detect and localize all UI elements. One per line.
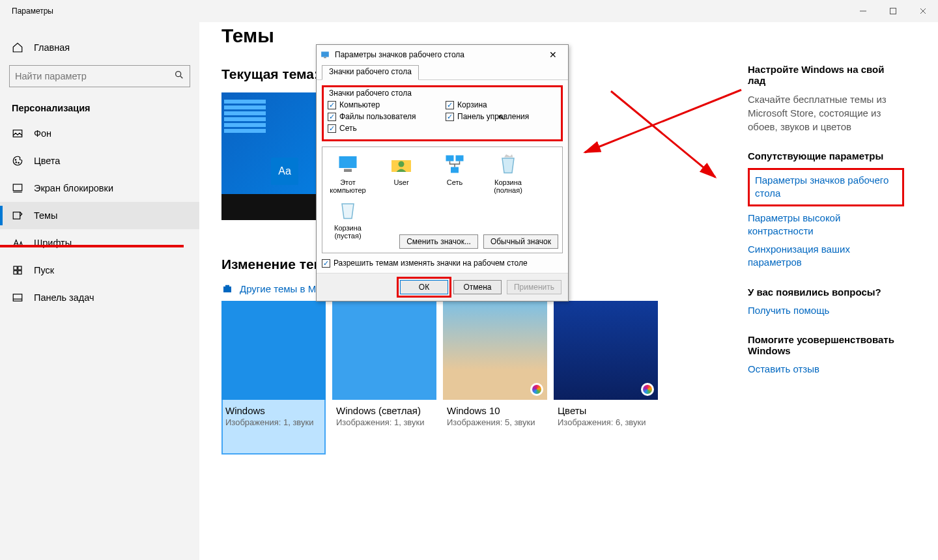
checkbox-label: Разрешить темам изменять значки на рабоч… [334, 259, 528, 268]
theme-card-windows-light[interactable]: Windows (светлая) Изображения: 1, звуки [332, 301, 436, 455]
theme-name: Windows 10 [443, 400, 547, 416]
themes-icon [12, 210, 23, 221]
theme-card-windows[interactable]: Windows Изображения: 1, звуки [221, 301, 326, 455]
svg-rect-26 [451, 167, 459, 173]
theme-thumbnail [443, 301, 547, 400]
network-icon [442, 151, 468, 177]
dialog-icon [320, 49, 331, 60]
theme-name: Windows (светлая) [332, 400, 436, 416]
icon-preview-box: Этот компьютер User Сеть Корзина (полная… [322, 147, 563, 253]
search-input[interactable] [15, 71, 174, 81]
checkbox-computer[interactable]: ✓Компьютер [328, 100, 439, 109]
sidebar-home[interactable]: Главная [0, 36, 199, 60]
right-heading-related: Сопутствующие параметры [748, 150, 904, 161]
right-text-customize: Скачайте бесплатные темы из Microsoft St… [748, 92, 904, 133]
checkbox-label: Сеть [339, 124, 357, 133]
link-sync-settings[interactable]: Синхронизация ваших параметров [748, 243, 904, 270]
maximize-button[interactable] [878, 0, 908, 22]
change-icon-button[interactable]: Сменить значок... [399, 234, 478, 249]
right-heading-customize: Настройте Windows на свой лад [748, 64, 904, 86]
desktop-icons-group: Значки рабочего стола ✓Компьютер ✓Корзин… [322, 85, 563, 141]
svg-rect-16 [18, 271, 21, 274]
checkbox-label: Файлы пользователя [339, 112, 416, 121]
svg-rect-20 [324, 57, 326, 59]
sidebar-item-lockscreen[interactable]: Экран блокировки [0, 175, 199, 202]
checkbox-label: Корзина [457, 100, 487, 109]
picture-icon [12, 128, 23, 139]
dialog-titlebar: Параметры значков рабочего стола ✕ [317, 45, 568, 64]
svg-rect-10 [13, 184, 22, 191]
sidebar: Главная Персонализация Фон Цвета Экран б… [0, 22, 199, 560]
checkbox-allow-themes[interactable]: ✓Разрешить темам изменять значки на рабо… [322, 259, 563, 268]
dialog-button-row: ОК Отмена Применить [317, 273, 568, 301]
annotation-underline [0, 245, 184, 247]
theme-card-flowers[interactable]: Цветы Изображения: 6, звуки [554, 301, 658, 455]
sidebar-item-background[interactable]: Фон [0, 120, 199, 147]
svg-rect-12 [13, 212, 20, 219]
checkbox-network[interactable]: ✓Сеть [328, 124, 439, 133]
default-icon-button[interactable]: Обычный значок [483, 234, 558, 249]
svg-point-7 [15, 160, 16, 161]
ok-button[interactable]: ОК [400, 280, 448, 294]
svg-rect-14 [18, 266, 21, 270]
checkbox-recycle[interactable]: ✓Корзина [446, 100, 557, 109]
svg-rect-25 [456, 156, 464, 161]
window-controls [848, 0, 938, 22]
preview-recycle-empty[interactable]: Корзина (пустая) [326, 197, 369, 240]
lockscreen-icon [12, 182, 23, 194]
preview-this-pc[interactable]: Этот компьютер [326, 151, 369, 194]
svg-line-5 [180, 76, 182, 78]
icon-label: Сеть [433, 178, 476, 186]
window-titlebar: Параметры [0, 0, 938, 22]
sidebar-item-fonts[interactable]: Шрифты [0, 229, 199, 257]
minimize-button[interactable] [848, 0, 878, 22]
recycle-full-icon [495, 151, 521, 177]
sidebar-item-label: Пуск [34, 265, 54, 275]
checkbox-userfiles[interactable]: ✓Файлы пользователя [328, 112, 439, 121]
theme-meta: Изображения: 1, звуки [221, 416, 326, 428]
sidebar-item-label: Панель задач [34, 292, 94, 303]
desktop-icons-dialog: Параметры значков рабочего стола ✕ Значк… [316, 44, 569, 301]
sidebar-item-label: Темы [34, 210, 58, 221]
svg-point-23 [399, 161, 405, 167]
svg-rect-1 [890, 8, 896, 14]
sidebar-item-colors[interactable]: Цвета [0, 147, 199, 175]
link-desktop-icon-settings[interactable]: Параметры значков рабочего стола [748, 168, 904, 206]
dialog-tabstrip: Значки рабочего стола [317, 64, 568, 80]
link-feedback[interactable]: Оставить отзыв [748, 363, 904, 376]
palette-icon [12, 155, 23, 167]
theme-name: Цветы [554, 400, 658, 416]
theme-thumbnail [221, 301, 326, 400]
theme-name: Windows [221, 400, 326, 416]
sidebar-item-start[interactable]: Пуск [0, 257, 199, 284]
sidebar-item-taskbar[interactable]: Панель задач [0, 284, 199, 311]
right-heading-questions: У вас появились вопросы? [748, 287, 904, 298]
group-title: Значки рабочего стола [328, 89, 413, 98]
aa-badge: Aa [271, 158, 298, 185]
dialog-close-button[interactable]: ✕ [543, 49, 563, 60]
apply-button[interactable]: Применить [507, 280, 561, 294]
link-high-contrast[interactable]: Параметры высокой контрастности [748, 212, 904, 238]
preview-user[interactable]: User [380, 151, 423, 194]
start-icon [12, 264, 23, 276]
close-button[interactable] [908, 0, 938, 22]
svg-rect-24 [446, 156, 454, 161]
icon-label: Этот компьютер [326, 178, 369, 194]
tab-desktop-icons[interactable]: Значки рабочего стола [322, 65, 419, 80]
recycle-empty-icon [335, 197, 361, 223]
sidebar-home-label: Главная [34, 42, 70, 53]
window-title: Параметры [12, 7, 53, 16]
cancel-button[interactable]: Отмена [453, 280, 502, 294]
link-get-help[interactable]: Получить помощь [748, 304, 904, 317]
icon-label: User [380, 178, 423, 186]
dialog-title: Параметры значков рабочего стола [335, 50, 464, 59]
preview-network[interactable]: Сеть [433, 151, 476, 194]
right-column: Настройте Windows на свой лад Скачайте б… [748, 64, 904, 381]
sidebar-item-themes[interactable]: Темы [0, 202, 199, 229]
search-icon [174, 70, 184, 83]
svg-rect-6 [13, 130, 22, 137]
search-box[interactable] [9, 65, 190, 87]
more-themes-label: Другие темы в Mi [240, 283, 318, 294]
theme-card-windows10[interactable]: Windows 10 Изображения: 5, звуки [443, 301, 547, 455]
preview-recycle-full[interactable]: Корзина (полная) [487, 151, 530, 194]
